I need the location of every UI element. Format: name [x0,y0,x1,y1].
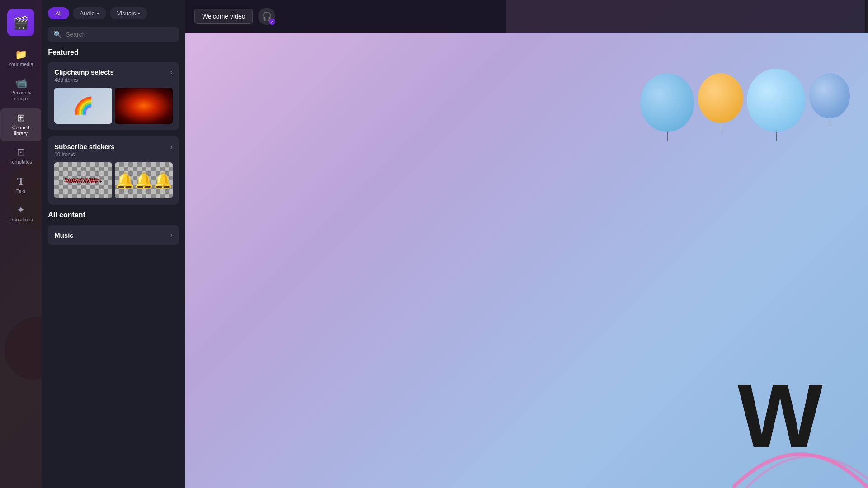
clipchamp-selects-count: 483 items [54,77,114,83]
logo-icon: 🎬 [13,15,29,30]
content-library-icon: ⊞ [17,113,25,123]
sidebar-label-record-create: Record &create [10,90,31,102]
balloon-4 [809,73,850,118]
sidebar-label-content-library: Contentlibrary [12,125,30,136]
subscribe-stickers-chevron-icon: › [170,143,173,151]
balloon-3 [747,69,806,132]
subscribe-thumb-1: SUBSCRIBE+ [54,162,112,198]
sidebar-label-transitions: Transitions [9,217,33,223]
subscribe-stickers-header: Subscribe stickers 19 items › [54,143,173,158]
video-title-button[interactable]: Welcome video [194,9,253,24]
sidebar-item-content-library[interactable]: ⊞ Contentlibrary [0,108,41,141]
filter-visuals-button[interactable]: Visuals ▾ [110,7,147,19]
visuals-chevron-icon: ▾ [138,11,140,16]
sidebar-item-text[interactable]: T Text [0,171,41,199]
particles-visual [115,88,173,124]
clipchamp-selects-chevron-icon: › [170,68,173,76]
preview-canvas: W [185,33,868,488]
sidebar-item-record-create[interactable]: 📹 Record &create [0,74,41,106]
balloon-1 [640,73,694,132]
featured-section-title: Featured [48,48,179,56]
sidebar-item-templates[interactable]: ⊡ Templates [0,143,41,169]
preview-area: Welcome video 🎧 ✓ W [185,0,868,488]
headphone-badge: ✓ [269,19,275,25]
subscribe-stickers-card[interactable]: Subscribe stickers 19 items › SUBSCRIBE+… [48,136,179,205]
templates-icon: ⊡ [17,147,25,157]
audio-chevron-icon: ▾ [97,11,99,16]
record-icon: 📹 [15,78,27,88]
balloon-2 [698,73,743,123]
subscribe-thumb-2: 🔔🔔🔔 [115,162,173,198]
search-icon: 🔍 [53,30,62,38]
panel-scroll-area[interactable]: Featured Clipchamp selects 483 items › 🌈 [42,48,185,488]
subscribe-stickers-count: 19 items [54,151,114,158]
preview-topbar: Welcome video 🎧 ✓ [185,0,868,33]
subscribe-stickers-name: Subscribe stickers [54,143,114,150]
all-content-section-title: All content [48,211,179,219]
music-card[interactable]: Music › [48,225,179,245]
sidebar-label-templates: Templates [9,159,32,165]
sidebar-item-transitions[interactable]: ✦ Transitions [0,201,41,227]
transitions-icon: ✦ [17,205,25,215]
balloon-group [640,69,850,132]
folder-icon: 📁 [15,50,27,60]
filter-audio-button[interactable]: Audio ▾ [73,7,106,19]
music-chevron-icon: › [170,231,173,239]
filter-bar: All Audio ▾ Visuals ▾ [42,0,185,27]
sidebar: 🎬 📁 Your media 📹 Record &create ⊞ Conten… [0,0,185,488]
subscribe-text-visual: SUBSCRIBE+ [65,178,102,183]
search-bar[interactable]: 🔍 [48,27,179,42]
clipchamp-selects-name: Clipchamp selects [54,68,114,76]
headphone-button[interactable]: 🎧 ✓ [258,8,275,25]
app-logo[interactable]: 🎬 [7,9,34,36]
sidebar-label-your-media: Your media [8,61,33,67]
sidebar-label-text: Text [16,188,25,194]
clipchamp-selects-header: Clipchamp selects 483 items › [54,68,173,83]
clipchamp-thumb-2 [115,88,173,124]
filter-all-button[interactable]: All [48,7,69,19]
clipchamp-selects-thumbs: 🌈 [54,88,173,124]
text-icon: T [17,176,24,187]
rainbow-icon: 🌈 [73,96,94,115]
clipchamp-selects-card[interactable]: Clipchamp selects 483 items › 🌈 [48,62,179,130]
content-panel: All Audio ▾ Visuals ▾ 🔍 Featured [42,0,185,488]
music-label: Music [54,231,74,239]
bells-icon: 🔔🔔🔔 [115,171,172,189]
pink-arc-decoration [732,420,868,488]
sidebar-item-your-media[interactable]: 📁 Your media [0,45,41,72]
subscribe-stickers-thumbs: SUBSCRIBE+ 🔔🔔🔔 [54,162,173,198]
clipchamp-thumb-1: 🌈 [54,88,112,124]
sidebar-nav: 🎬 📁 Your media 📹 Record &create ⊞ Conten… [0,0,42,488]
search-input[interactable] [66,31,174,38]
